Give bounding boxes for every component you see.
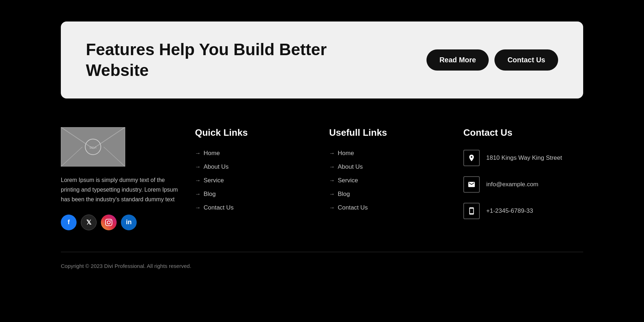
footer-col-brand: DIVI Lorem Ipsum is simply dummy text of…: [61, 127, 181, 230]
quick-link-blog[interactable]: → Blog: [195, 191, 315, 198]
cta-card: Features Help You Build Better Website R…: [61, 21, 583, 98]
location-icon: [463, 150, 480, 166]
useful-link-about[interactable]: → About Us: [329, 163, 449, 170]
footer-bottom: Copyright © 2023 Divi Professional. All …: [61, 263, 583, 280]
read-more-button[interactable]: Read More: [426, 49, 489, 71]
contact-email: info@example.com: [486, 181, 538, 188]
twitter-icon[interactable]: 𝕏: [81, 215, 97, 230]
logo-box: DIVI: [61, 127, 125, 167]
list-item: → Contact Us: [329, 204, 449, 211]
quick-link-home[interactable]: → Home: [195, 150, 315, 157]
footer-grid: DIVI Lorem Ipsum is simply dummy text of…: [61, 127, 583, 252]
linkedin-icon[interactable]: in: [121, 215, 137, 230]
instagram-icon[interactable]: [101, 215, 117, 230]
list-item: → About Us: [329, 163, 449, 170]
list-item: → Blog: [329, 191, 449, 198]
contact-us-button[interactable]: Contact Us: [494, 49, 558, 71]
contact-items: 1810 Kings Way King Street info@example.…: [463, 150, 583, 219]
useful-links-list: → Home → About Us → Service → Blog → Con…: [329, 150, 449, 211]
list-item: → Home: [195, 150, 315, 157]
useful-links-title: Usefull Links: [329, 127, 449, 138]
list-item: → Service: [329, 177, 449, 184]
svg-rect-0: [61, 128, 125, 167]
top-section: Features Help You Build Better Website R…: [0, 0, 644, 98]
useful-link-contact[interactable]: → Contact Us: [329, 204, 449, 211]
useful-link-blog[interactable]: → Blog: [329, 191, 449, 198]
useful-link-home[interactable]: → Home: [329, 150, 449, 157]
footer-col-contact: Contact Us 1810 Kings Way King Street in…: [463, 127, 583, 230]
list-item: → About Us: [195, 163, 315, 170]
contact-phone: +1-2345-6789-33: [486, 207, 533, 215]
quick-link-contact[interactable]: → Contact Us: [195, 204, 315, 211]
cta-title: Features Help You Build Better Website: [86, 39, 336, 81]
list-item: → Service: [195, 177, 315, 184]
phone-icon: [463, 203, 480, 219]
footer-col-useful-links: Usefull Links → Home → About Us → Servic…: [329, 127, 449, 230]
contact-phone-item: +1-2345-6789-33: [463, 203, 583, 219]
list-item: → Home: [329, 150, 449, 157]
footer: DIVI Lorem Ipsum is simply dummy text of…: [0, 98, 644, 280]
svg-point-3: [85, 139, 101, 155]
contact-address-item: 1810 Kings Way King Street: [463, 150, 583, 166]
contact-email-item: info@example.com: [463, 176, 583, 193]
useful-link-service[interactable]: → Service: [329, 177, 449, 184]
email-icon: [463, 176, 480, 193]
footer-col-quick-links: Quick Links → Home → About Us → Service …: [195, 127, 315, 230]
contact-title: Contact Us: [463, 127, 583, 138]
quick-links-list: → Home → About Us → Service → Blog → Con…: [195, 150, 315, 211]
copyright-text: Copyright © 2023 Divi Professional. All …: [61, 263, 583, 269]
quick-links-title: Quick Links: [195, 127, 315, 138]
quick-link-about[interactable]: → About Us: [195, 163, 315, 170]
svg-line-2: [104, 147, 125, 166]
cta-buttons: Read More Contact Us: [426, 49, 558, 71]
list-item: → Contact Us: [195, 204, 315, 211]
footer-divider: [61, 252, 583, 252]
footer-description: Lorem Ipsum is simply dummy text of the …: [61, 175, 181, 205]
contact-address: 1810 Kings Way King Street: [486, 154, 562, 162]
svg-text:DIVI: DIVI: [89, 145, 96, 149]
svg-line-1: [61, 147, 82, 166]
list-item: → Blog: [195, 191, 315, 198]
quick-link-service[interactable]: → Service: [195, 177, 315, 184]
social-icons: f 𝕏 in: [61, 215, 181, 230]
facebook-icon[interactable]: f: [61, 215, 77, 230]
